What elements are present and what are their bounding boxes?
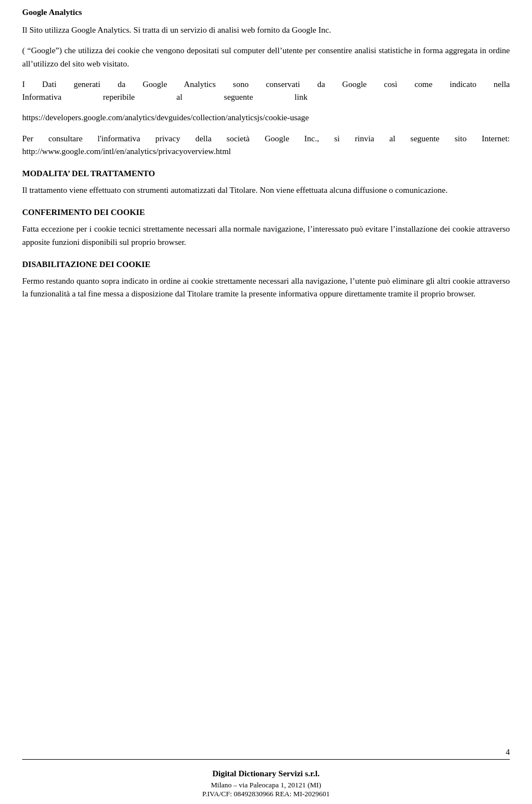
footer-company-name: Digital Dictionary Servizi s.r.l.: [22, 769, 510, 779]
section-heading-disabilitazione: DISABILITAZIONE DEI COOKIE: [22, 260, 510, 269]
footer-address: Milano – via Paleocapa 1, 20121 (MI): [22, 781, 510, 790]
section-heading-modalita: MODALITA’ DEL TRATTAMENTO: [22, 169, 510, 178]
content-area: Google Analytics Il Sito utilizza Google…: [22, 0, 510, 363]
section-heading-google-analytics: Google Analytics: [22, 8, 510, 17]
section-heading-conferimento: CONFERIMENTO DEI COOKIE: [22, 208, 510, 217]
page-number: 4: [506, 747, 510, 757]
paragraph-disabilitazione: Fermo restando quanto sopra indicato in …: [22, 275, 510, 301]
analytics-link[interactable]: https://developers.google.com/analytics/…: [22, 111, 510, 124]
paragraph-4: Per consultare l'informativa privacy del…: [22, 132, 510, 158]
paragraph-2: ( “Google”) che utilizza dei cookie che …: [22, 44, 510, 70]
page-container: Google Analytics Il Sito utilizza Google…: [0, 0, 532, 804]
paragraph-1: Il Sito utilizza Google Analytics. Si tr…: [22, 24, 510, 37]
footer-tax: P.IVA/CF: 08492830966 REA: MI-2029601: [22, 790, 510, 798]
privacy-link[interactable]: http://www.google.com/intl/en/analytics/…: [22, 147, 231, 156]
paragraph-conferimento: Fatta eccezione per i cookie tecnici str…: [22, 223, 510, 249]
paragraph-3: I Dati generati da Google Analytics sono…: [22, 78, 510, 104]
footer: Digital Dictionary Servizi s.r.l. Milano…: [22, 769, 510, 798]
paragraph-modalita: Il trattamento viene effettuato con stru…: [22, 184, 510, 197]
footer-divider: [22, 759, 510, 760]
